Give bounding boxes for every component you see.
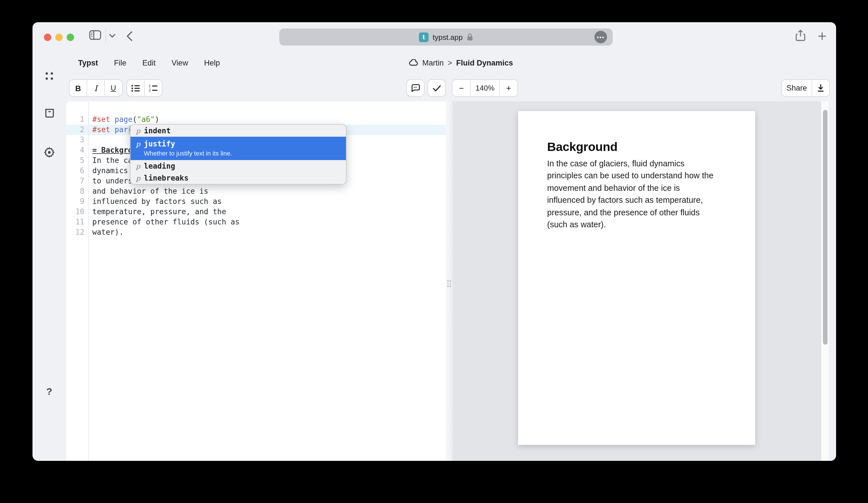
menu-file[interactable]: File	[114, 59, 126, 67]
screen: t typst.app ••• Typst File Edit	[0, 0, 868, 503]
autocomplete-item-linebreaks[interactable]: plinebreaks	[130, 172, 346, 184]
svg-text:1: 1	[149, 84, 151, 88]
breadcrumb-document-title[interactable]: Fluid Dynamics	[456, 59, 513, 67]
line-number: 4	[66, 145, 84, 156]
bullet-list-button[interactable]	[127, 80, 145, 96]
line-number: 5	[66, 156, 84, 166]
document-paragraph: In the case of glaciers, fluid dynamicsp…	[547, 157, 738, 231]
dots-grid-icon[interactable]	[32, 71, 66, 81]
comment-button-group	[406, 79, 425, 97]
autocomplete-item-leading[interactable]: pleading	[130, 160, 346, 172]
share-page-icon[interactable]	[796, 30, 805, 42]
paragraph-line: In the case of glaciers, fluid dynamics	[547, 157, 738, 170]
paragraph-line: principles can be used to understand how…	[547, 170, 738, 182]
autocomplete-item-justify[interactable]: pjustifyWhether to justify text in its l…	[130, 136, 346, 160]
code-line[interactable]: #set page("a6")	[92, 115, 240, 125]
parameter-icon: p	[136, 140, 144, 148]
preview-pane: Background In the case of glaciers, flui…	[453, 102, 821, 461]
autocomplete-item-indent[interactable]: pindent	[130, 125, 346, 136]
download-button[interactable]	[812, 80, 829, 96]
download-icon	[817, 84, 825, 92]
code-segment: temperature, pressure, and the	[92, 207, 226, 216]
comment-icon	[411, 84, 420, 92]
app-menubar: Typst File Edit View Help	[78, 50, 220, 76]
autocomplete-label: leading	[144, 161, 175, 171]
code-line[interactable]: water).	[92, 227, 240, 238]
help-icon[interactable]: ?	[32, 386, 66, 398]
menu-view[interactable]: View	[172, 59, 188, 67]
breadcrumb-separator: >	[448, 59, 452, 67]
back-icon[interactable]	[126, 31, 133, 42]
line-number: 1	[66, 115, 84, 125]
menu-edit[interactable]: Edit	[143, 59, 156, 67]
line-number-gutter: 123456789101112	[66, 115, 84, 238]
paragraph-line: influenced by factors such as temperatur…	[547, 195, 738, 207]
preview-scrollbar-track[interactable]	[821, 102, 829, 461]
paragraph-line: movement and behavior of the ice is	[547, 182, 738, 194]
zoom-out-button[interactable]: −	[453, 80, 471, 96]
autocomplete-description: Whether to justify text in its line.	[144, 149, 232, 157]
left-sidebar: ? typst	[32, 102, 66, 461]
italic-button[interactable]: I	[87, 80, 105, 96]
paragraph-line: (such as water).	[547, 219, 738, 231]
code-segment: influenced by factors such as	[92, 197, 222, 206]
zoom-level-value: 140%	[471, 80, 500, 96]
gutter-border	[88, 102, 89, 461]
zoom-window-button[interactable]	[67, 33, 74, 41]
zoom-control-group: − 140% +	[452, 79, 518, 97]
parameter-icon: p	[136, 162, 144, 170]
autocomplete-label: indent	[144, 126, 171, 135]
parameter-icon: p	[136, 127, 144, 135]
numbered-list-icon: 12	[149, 84, 158, 92]
code-line[interactable]: temperature, pressure, and the	[92, 207, 240, 217]
code-line[interactable]: and behavior of the ice is	[92, 186, 240, 197]
line-number: 6	[66, 166, 84, 176]
minimize-window-button[interactable]	[55, 33, 63, 41]
bold-button[interactable]: B	[70, 80, 87, 96]
code-segment	[110, 115, 115, 124]
sidebar-toggle-icon[interactable]	[89, 30, 102, 40]
address-bar[interactable]: t typst.app •••	[279, 29, 613, 45]
autocomplete-dropdown: pindentpjustifyWhether to justify text i…	[130, 124, 346, 184]
menu-typst[interactable]: Typst	[78, 59, 98, 67]
code-segment	[110, 125, 115, 134]
code-segment: (	[133, 115, 137, 124]
code-segment: presence of other fluids (such as	[92, 218, 240, 226]
paragraph-line: pressure, and the presence of other flui…	[547, 207, 738, 219]
check-button[interactable]	[428, 80, 445, 96]
share-button[interactable]: Share	[782, 80, 812, 96]
settings-gear-icon[interactable]	[32, 147, 66, 158]
files-panel-icon[interactable]	[32, 108, 66, 118]
list-button-group: 12	[126, 79, 163, 97]
code-segment: water).	[92, 228, 124, 237]
breadcrumb: Martin > Fluid Dynamics	[409, 50, 513, 76]
numbered-list-button[interactable]: 12	[145, 80, 162, 96]
line-number: 7	[66, 176, 84, 186]
parameter-icon: p	[136, 174, 144, 182]
svg-text:2: 2	[149, 88, 151, 92]
code-segment: par	[115, 125, 128, 134]
titlebar-divider	[105, 29, 106, 43]
comment-button[interactable]	[407, 80, 424, 96]
zoom-in-button[interactable]: +	[500, 80, 517, 96]
pane-divider[interactable]	[445, 102, 453, 461]
chevron-down-icon[interactable]	[109, 34, 116, 38]
underline-button[interactable]: U	[105, 80, 122, 96]
breadcrumb-account[interactable]: Martin	[422, 59, 444, 67]
drag-handle-icon[interactable]	[447, 280, 451, 288]
code-line[interactable]: presence of other fluids (such as	[92, 217, 240, 227]
menu-help[interactable]: Help	[204, 59, 220, 67]
preview-scrollbar-thumb[interactable]	[823, 110, 827, 345]
line-number: 10	[66, 207, 84, 217]
document-heading: Background	[547, 140, 618, 154]
page-settings-icon[interactable]: •••	[595, 31, 607, 43]
code-segment: #set	[92, 125, 110, 134]
code-line[interactable]: influenced by factors such as	[92, 197, 240, 207]
format-button-group: B I U	[69, 79, 123, 97]
autocomplete-label: linebreaks	[144, 173, 189, 182]
new-tab-icon[interactable]	[818, 32, 826, 40]
document-page: Background In the case of glaciers, flui…	[518, 111, 755, 445]
browser-titlebar: t typst.app •••	[32, 22, 836, 50]
close-window-button[interactable]	[44, 33, 51, 41]
cloud-icon	[409, 59, 418, 66]
